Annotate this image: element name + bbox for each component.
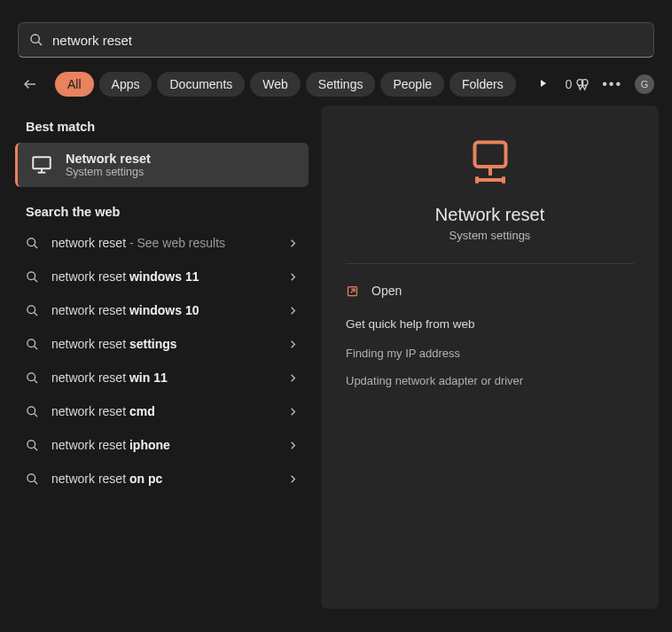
svg-rect-25 <box>474 143 505 168</box>
search-icon <box>29 33 43 47</box>
svg-point-11 <box>27 271 35 279</box>
search-icon <box>26 405 39 418</box>
svg-marker-3 <box>541 80 546 87</box>
web-result-text: network reset on pc <box>51 472 276 486</box>
chevron-right-icon <box>288 441 298 450</box>
web-result-item[interactable]: network reset cmd <box>13 394 310 428</box>
best-match-heading: Best match <box>13 109 310 141</box>
rewards-points[interactable]: 0 <box>565 77 590 91</box>
search-web-heading: Search the web <box>13 194 310 226</box>
points-value: 0 <box>565 77 572 91</box>
svg-line-16 <box>35 346 37 348</box>
filters-scroll-right[interactable] <box>538 76 549 92</box>
web-result-item[interactable]: network reset settings <box>13 327 310 361</box>
search-icon <box>26 338 39 351</box>
chevron-right-icon <box>288 373 298 383</box>
svg-point-0 <box>31 35 39 43</box>
web-result-item[interactable]: network reset win 11 <box>13 361 310 394</box>
more-options[interactable]: ••• <box>602 76 622 92</box>
preview-title: Network reset <box>435 205 544 225</box>
web-result-text: network reset cmd <box>51 404 276 418</box>
svg-point-21 <box>27 440 35 448</box>
web-result-text: network reset windows 11 <box>51 269 276 284</box>
help-heading: Get quick help from web <box>346 317 634 331</box>
filter-chip-settings[interactable]: Settings <box>306 72 376 97</box>
search-icon <box>26 439 39 452</box>
search-input[interactable] <box>52 33 643 48</box>
open-label: Open <box>371 284 402 298</box>
best-match-result[interactable]: Network reset System settings <box>15 143 309 187</box>
chevron-right-icon <box>288 339 298 349</box>
open-icon <box>346 285 359 298</box>
svg-point-13 <box>27 305 35 313</box>
web-result-item[interactable]: network reset - See web results <box>13 226 310 260</box>
search-icon <box>26 270 39 284</box>
svg-line-1 <box>38 42 42 45</box>
svg-point-23 <box>27 473 35 481</box>
web-result-text: network reset iphone <box>51 438 276 452</box>
help-link[interactable]: Finding my IP address <box>346 339 634 367</box>
preview-pane: Network reset System settings Open Get q… <box>321 105 659 609</box>
svg-line-12 <box>35 278 37 281</box>
search-icon <box>26 371 39 385</box>
svg-line-14 <box>35 312 37 315</box>
user-avatar[interactable]: G <box>635 74 654 94</box>
best-match-title: Network reset <box>66 152 151 166</box>
divider <box>346 263 634 264</box>
settings-display-icon <box>30 153 53 176</box>
filter-chip-web[interactable]: Web <box>250 72 301 97</box>
filter-row: All Apps Documents Web Settings People F… <box>0 66 672 105</box>
chevron-right-icon <box>288 238 298 248</box>
chevron-right-icon <box>288 474 298 484</box>
svg-line-31 <box>351 289 355 293</box>
svg-line-20 <box>35 413 37 416</box>
results-pane: Best match Network reset System settings… <box>13 105 310 609</box>
web-result-text: network reset - See web results <box>51 236 276 250</box>
web-result-item[interactable]: network reset on pc <box>13 462 310 495</box>
web-result-text: network reset win 11 <box>51 371 276 385</box>
svg-line-22 <box>35 447 37 449</box>
web-result-text: network reset settings <box>51 337 276 351</box>
chevron-right-icon <box>288 407 298 417</box>
chevron-right-icon <box>288 306 298 316</box>
web-result-item[interactable]: network reset windows 10 <box>13 293 310 327</box>
svg-point-9 <box>27 238 35 246</box>
filter-chip-documents[interactable]: Documents <box>157 72 245 97</box>
search-icon <box>26 304 39 317</box>
filter-chip-apps[interactable]: Apps <box>99 72 152 97</box>
chevron-right-icon <box>288 272 298 282</box>
filter-chip-people[interactable]: People <box>380 72 444 97</box>
svg-rect-6 <box>33 157 51 168</box>
svg-line-10 <box>35 245 37 247</box>
filter-chip-all[interactable]: All <box>55 72 94 97</box>
web-result-item[interactable]: network reset windows 11 <box>13 260 310 293</box>
svg-point-15 <box>27 339 35 347</box>
svg-point-19 <box>27 406 35 414</box>
svg-line-18 <box>35 379 37 382</box>
search-bar[interactable] <box>18 22 654 58</box>
rewards-icon <box>575 77 590 91</box>
search-icon <box>26 472 39 486</box>
web-result-text: network reset windows 10 <box>51 303 276 317</box>
web-result-item[interactable]: network reset iphone <box>13 428 310 462</box>
filter-chips: All Apps Documents Web Settings People F… <box>55 72 549 97</box>
filter-chip-folders[interactable]: Folders <box>449 72 516 97</box>
help-link[interactable]: Updating network adapter or driver <box>346 367 634 394</box>
svg-line-24 <box>35 480 37 483</box>
network-reset-icon <box>464 136 517 189</box>
best-match-subtitle: System settings <box>66 166 151 178</box>
svg-point-17 <box>27 372 35 380</box>
search-icon <box>26 237 39 250</box>
open-action[interactable]: Open <box>346 277 634 305</box>
preview-subtitle: System settings <box>449 229 531 242</box>
back-button[interactable] <box>18 72 43 97</box>
